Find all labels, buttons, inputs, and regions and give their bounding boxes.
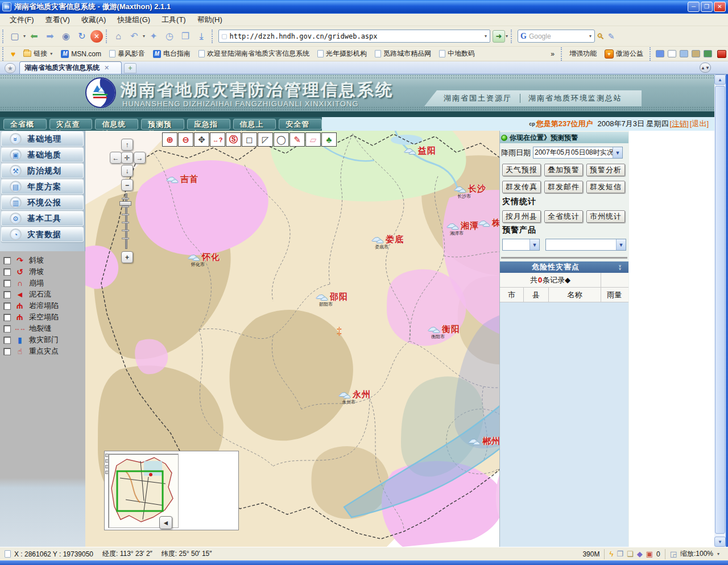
measure-distance-icon[interactable]: ↔? — [210, 132, 225, 147]
pan-center-button[interactable]: ✛ — [121, 152, 133, 164]
window-layout-icon[interactable]: ❐ — [617, 550, 623, 558]
zoom-out-icon[interactable]: ⊖ — [178, 132, 193, 147]
stop-icon[interactable]: ✕ — [90, 30, 103, 43]
enhance-features-button[interactable]: 增强功能 — [565, 49, 601, 59]
nav-tab-emergency[interactable]: 应急指挥 — [187, 119, 230, 130]
nav-tab-overview[interactable]: 全省概况 — [3, 119, 47, 130]
tab-list-button[interactable]: ▲▼ — [700, 63, 711, 73]
mass-fax-button[interactable]: 群发传真 — [502, 181, 541, 193]
history-clock-icon[interactable]: ◷ — [162, 29, 177, 44]
favorites-heart-icon[interactable]: ♥ — [7, 49, 19, 59]
sidebar-item-disaster-data[interactable]: ◔ 灾害数据 — [1, 227, 84, 242]
new-window-icon[interactable]: ❏ — [627, 550, 634, 558]
new-page-icon[interactable]: ▢ — [7, 29, 22, 44]
highlight-icon[interactable]: ✎ — [608, 32, 615, 41]
bookmark-item[interactable]: 欢迎登陆湖南省地质灾害信息系统 — [195, 49, 313, 59]
measure-scale-icon[interactable]: Ⓢ — [226, 132, 241, 147]
menu-favorites[interactable]: 收藏(A) — [76, 14, 111, 26]
zoom-dropdown-icon[interactable]: ▾ — [717, 551, 719, 556]
overlay-warning-button[interactable]: 叠加预警 — [544, 164, 583, 176]
city-stats-button[interactable]: 市州统计 — [586, 210, 625, 223]
product-select-2[interactable]: ▼ — [545, 239, 626, 251]
province-stats-button[interactable]: 全省统计 — [544, 210, 583, 223]
undo-icon[interactable]: ↶ — [127, 29, 142, 44]
search-input[interactable]: G Google ▾ — [518, 30, 595, 43]
nav-tab-report[interactable]: 信息上报 — [233, 119, 276, 130]
rain-date-select[interactable]: 2007年05月05日08时实况 ▼ — [533, 147, 623, 159]
layer-checkbox[interactable] — [3, 348, 11, 355]
pan-icon[interactable]: ✥ — [198, 135, 205, 145]
new-tab-button[interactable]: + — [124, 63, 136, 73]
bookmark-item[interactable]: 觅路城市精品网 — [371, 49, 435, 59]
link-geo-monitoring[interactable]: 湖南省地质环境监测总站 — [520, 93, 630, 103]
full-extent-icon[interactable]: ♣ — [326, 135, 332, 144]
menu-view[interactable]: 查看(V) — [40, 14, 75, 26]
scroll-up-icon[interactable]: ▲ — [714, 74, 726, 85]
zoom-level[interactable]: 缩放:100% — [680, 549, 713, 559]
sidebar-item-base-geography[interactable]: » 基础地理 — [1, 131, 84, 147]
sidebar-item-env-bulletin[interactable]: ▥ 环境公报 — [1, 195, 84, 210]
back-icon[interactable]: ⬅ — [27, 29, 42, 44]
close-button[interactable]: ✕ — [714, 2, 726, 12]
gesture-icon[interactable]: ◆ — [637, 550, 643, 558]
eraser-icon[interactable]: ▱ — [305, 132, 321, 147]
pan-right-button[interactable]: → — [134, 152, 146, 164]
history-dropdown-icon[interactable]: ◉ — [59, 29, 73, 44]
mass-email-button[interactable]: 群发邮件 — [544, 181, 583, 193]
download-icon[interactable]: ⤓ — [194, 29, 209, 44]
bookmark-item[interactable]: 暴风影音 — [105, 49, 149, 59]
layer-checkbox[interactable] — [3, 336, 11, 344]
bookmark-links-folder[interactable]: 链接▾ — [19, 49, 57, 59]
go-button[interactable]: ➜ — [493, 30, 505, 43]
monthly-county-button[interactable]: 按月州县 — [502, 210, 541, 223]
layer-checkbox[interactable] — [3, 291, 11, 298]
menu-help[interactable]: 帮助(H) — [192, 14, 228, 26]
address-dropdown-icon[interactable]: ▾ — [485, 34, 487, 39]
select-circle-icon[interactable]: ◯ — [276, 135, 286, 145]
resize-icon[interactable]: ◲ — [670, 550, 677, 558]
scroll-thumb[interactable] — [715, 86, 725, 534]
layer-checkbox[interactable] — [3, 325, 11, 333]
pen-tools-icon[interactable] — [692, 50, 700, 57]
link-land-resources[interactable]: 湖南省国土资源厅 — [436, 93, 520, 103]
sidebar-item-prevention-plan[interactable]: ⚒ 防治规划 — [1, 163, 84, 178]
draw-line-icon[interactable]: ✎ — [289, 132, 305, 147]
scroll-down-icon[interactable]: ▼ — [714, 537, 726, 547]
sidebar-item-base-geology[interactable]: ▣ 基础地质 — [1, 147, 84, 163]
favorites-star-icon[interactable]: ★ — [5, 63, 16, 73]
url-text[interactable]: http://dzzh.hndh.gov.cn/gridweb.aspx — [229, 32, 484, 40]
undo-dropdown-icon[interactable]: ▾ — [143, 34, 145, 39]
product-select-1[interactable]: ▼ — [502, 239, 540, 251]
bookmark-item[interactable]: 中地数码 — [435, 49, 479, 59]
bookmark-msn[interactable]: MMSN.com — [57, 50, 105, 58]
vertical-scrollbar[interactable]: ▲ ▼ — [714, 74, 726, 547]
danger-points-header[interactable]: 危险性灾害点 ∨∨ — [500, 261, 628, 273]
layer-checkbox[interactable] — [3, 257, 11, 264]
skin-button[interactable] — [717, 50, 726, 58]
refresh-icon[interactable]: ↻ — [75, 29, 89, 44]
layer-checkbox[interactable] — [3, 268, 11, 276]
sidebar-item-annual-plan[interactable]: ▤ 年度方案 — [1, 179, 84, 194]
weather-forecast-button[interactable]: 天气预报 — [502, 164, 541, 176]
bookmarks-overflow-button[interactable]: » — [547, 50, 559, 58]
warning-analysis-button[interactable]: 预警分析 — [586, 164, 625, 176]
zoom-slider-handle[interactable] — [119, 201, 131, 206]
pan-left-button[interactable]: ← — [110, 152, 122, 164]
overview-collapse-button[interactable]: ◄ — [159, 516, 172, 529]
nav-tab-statistics[interactable]: 信息统计 — [95, 119, 138, 130]
sidebar-item-basic-tools[interactable]: ⚙ 基本工具 — [1, 211, 84, 226]
go-dropdown-icon[interactable]: ▾ — [506, 34, 508, 39]
logout-link[interactable]: [注销] — [670, 119, 689, 129]
chevron-down-icon[interactable]: ▼ — [616, 239, 626, 250]
select-rect-icon[interactable]: ◸ — [262, 135, 269, 145]
boost-icon[interactable]: ϟ — [609, 550, 613, 558]
address-bar[interactable]: ▢ http://dzzh.hndh.gov.cn/gridweb.aspx ▾ — [218, 30, 490, 43]
window-icon[interactable] — [668, 50, 676, 57]
nav-tab-security[interactable]: 安全管理 — [279, 119, 322, 130]
menu-file[interactable]: 文件(F) — [5, 14, 39, 26]
popup-blocker-icon[interactable]: ▣ — [646, 550, 653, 558]
window-panel-icon[interactable]: ❐ — [178, 29, 193, 44]
minimize-button[interactable]: ─ — [688, 2, 700, 12]
chevron-down-icon[interactable]: ▼ — [530, 239, 539, 250]
forward-icon[interactable]: ➡ — [43, 29, 57, 44]
